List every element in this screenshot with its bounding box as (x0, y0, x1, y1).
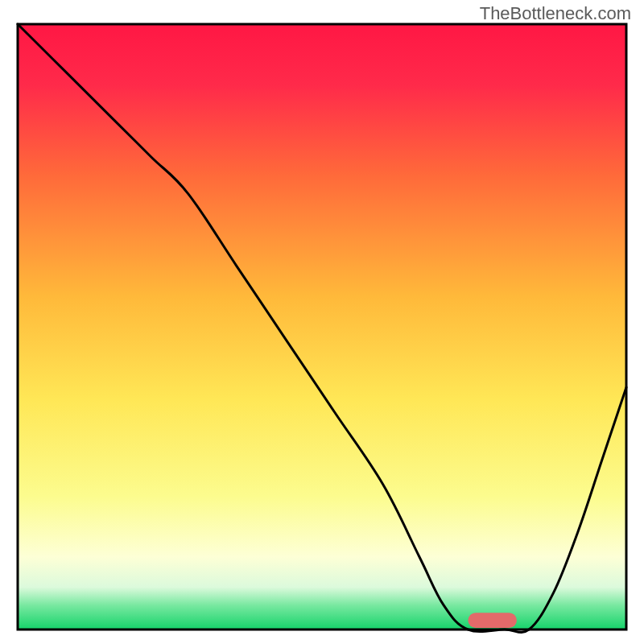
watermark-text: TheBottleneck.com (480, 3, 631, 24)
bottleneck-chart (0, 0, 644, 644)
optimal-range-marker (468, 613, 516, 628)
chart-container: { "watermark": "TheBottleneck.com", "cha… (0, 0, 644, 644)
